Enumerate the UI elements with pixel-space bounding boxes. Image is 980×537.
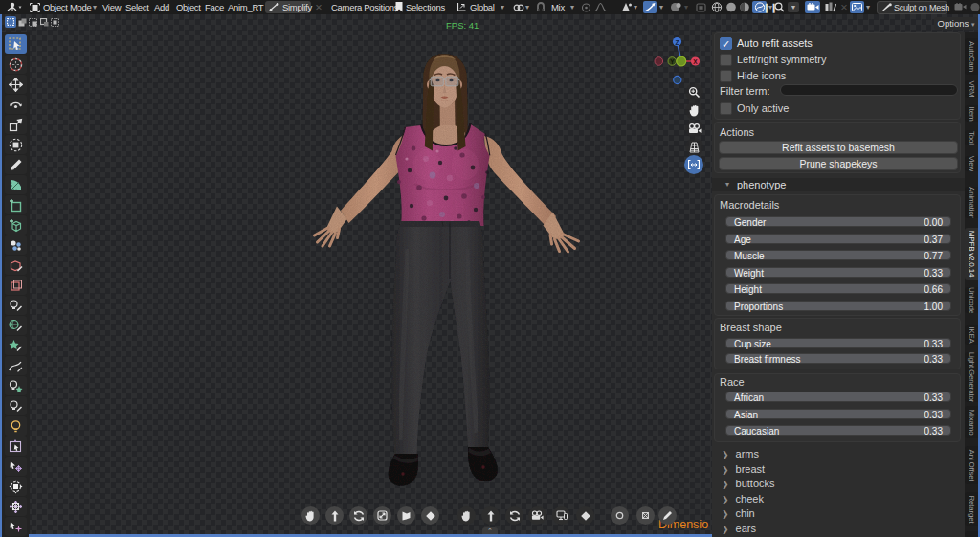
svg-text:Y: Y bbox=[670, 58, 675, 65]
svg-text:Z: Z bbox=[676, 39, 679, 46]
svg-text:X: X bbox=[693, 58, 698, 65]
